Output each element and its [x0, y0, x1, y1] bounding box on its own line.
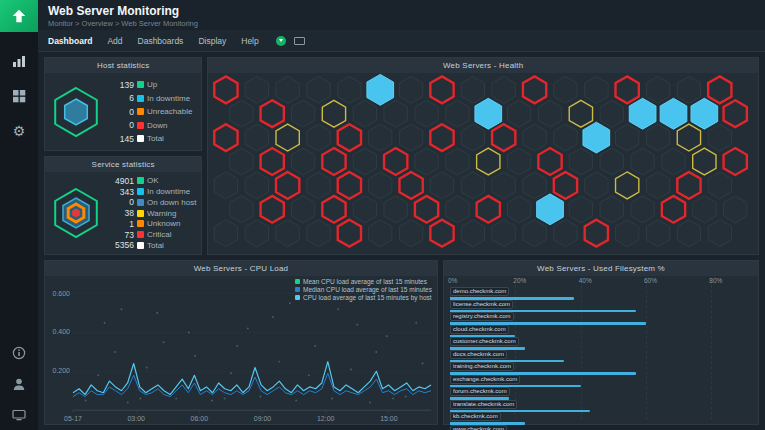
host-hexagon[interactable]: [246, 220, 269, 247]
host-hexagon[interactable]: [246, 76, 269, 103]
host-hexagon[interactable]: [600, 148, 623, 175]
host-hexagon[interactable]: [261, 148, 284, 175]
host-hexagon[interactable]: [583, 122, 610, 153]
host-hexagon[interactable]: [600, 100, 623, 127]
host-hexagon[interactable]: [630, 98, 657, 129]
display-icon[interactable]: [10, 406, 28, 424]
host-hexagon[interactable]: [415, 100, 438, 127]
menu-item-help[interactable]: Help: [241, 36, 258, 46]
stat-row[interactable]: 0On down host: [106, 197, 196, 207]
host-hexagon[interactable]: [647, 172, 670, 199]
host-hexagon[interactable]: [709, 124, 732, 151]
stat-row[interactable]: 4901OK: [106, 176, 196, 186]
host-hexagon[interactable]: [323, 100, 346, 127]
host-hexagon[interactable]: [354, 100, 377, 127]
host-hexagon[interactable]: [276, 124, 299, 151]
fs-host-label[interactable]: exchange.checkmk.com: [450, 375, 520, 384]
host-hexagon[interactable]: [600, 196, 623, 223]
host-hexagon[interactable]: [570, 100, 593, 127]
host-hexagon[interactable]: [276, 172, 299, 199]
host-hexagon[interactable]: [431, 172, 454, 199]
host-hexagon[interactable]: [400, 172, 423, 199]
host-hexagon[interactable]: [261, 100, 284, 127]
host-hexagon[interactable]: [647, 124, 670, 151]
host-hexagon[interactable]: [462, 124, 485, 151]
host-hexagon[interactable]: [523, 76, 546, 103]
agent-status-icon[interactable]: [276, 36, 286, 46]
stat-row[interactable]: 1Unknown: [106, 219, 196, 229]
host-hexagon[interactable]: [338, 76, 361, 103]
host-hexagon[interactable]: [570, 196, 593, 223]
fs-host-label[interactable]: cloud.checkmk.com: [450, 325, 509, 334]
host-hexagon[interactable]: [539, 100, 562, 127]
host-hexagon[interactable]: [554, 220, 577, 247]
host-hexagon[interactable]: [369, 172, 392, 199]
service-hexagon-icon[interactable]: [50, 185, 102, 241]
user-icon[interactable]: [10, 375, 28, 393]
host-hexagon[interactable]: [523, 220, 546, 247]
host-hexagon[interactable]: [215, 124, 238, 151]
menu-item-display[interactable]: Display: [198, 36, 226, 46]
host-hexagon[interactable]: [431, 220, 454, 247]
stat-row[interactable]: 145Total: [106, 134, 196, 144]
fs-host-label[interactable]: license.checkmk.com: [450, 300, 513, 309]
host-hexagon[interactable]: [462, 220, 485, 247]
host-hexagon[interactable]: [462, 172, 485, 199]
host-hexagon[interactable]: [307, 172, 330, 199]
fs-host-label[interactable]: forum.checkmk.com: [450, 387, 510, 396]
host-hexagon[interactable]: [384, 100, 407, 127]
host-hexagon[interactable]: [662, 196, 685, 223]
host-hexagon[interactable]: [400, 220, 423, 247]
host-hexagon[interactable]: [477, 148, 500, 175]
host-hexagon[interactable]: [477, 196, 500, 223]
customize-icon[interactable]: [10, 87, 28, 105]
host-hexagon[interactable]: [431, 76, 454, 103]
host-hexagon[interactable]: [709, 172, 732, 199]
host-hexagon[interactable]: [678, 220, 701, 247]
stat-row[interactable]: 343In downtime: [106, 187, 196, 197]
host-hexagon[interactable]: [678, 172, 701, 199]
host-hexagon[interactable]: [369, 220, 392, 247]
stat-row[interactable]: 6In downtime: [106, 93, 196, 103]
host-hexagon[interactable]: [678, 76, 701, 103]
host-hexagon[interactable]: [230, 148, 253, 175]
host-hexagon[interactable]: [230, 196, 253, 223]
host-hexagon[interactable]: [508, 196, 531, 223]
host-hexagon[interactable]: [678, 124, 701, 151]
host-hexagon[interactable]: [400, 76, 423, 103]
host-hexagon[interactable]: [215, 76, 238, 103]
stat-row[interactable]: 0Unreachable: [106, 107, 196, 117]
stat-row[interactable]: 73Critical: [106, 230, 196, 240]
stat-row[interactable]: 38Warning: [106, 208, 196, 218]
host-hexagon[interactable]: [215, 220, 238, 247]
stat-row[interactable]: 0Down: [106, 120, 196, 130]
host-hexagon[interactable]: [276, 220, 299, 247]
host-hexagon[interactable]: [616, 220, 639, 247]
host-hexagon[interactable]: [354, 196, 377, 223]
host-hexagon[interactable]: [709, 76, 732, 103]
host-hexagon[interactable]: [338, 172, 361, 199]
host-hexagon[interactable]: [323, 196, 346, 223]
host-hexagon[interactable]: [307, 220, 330, 247]
host-hexagon[interactable]: [462, 76, 485, 103]
host-hexagon[interactable]: [475, 98, 502, 129]
host-hexagon[interactable]: [508, 100, 531, 127]
host-hexagon[interactable]: [662, 148, 685, 175]
menu-item-dashboards[interactable]: Dashboards: [138, 36, 184, 46]
host-hexagon[interactable]: [537, 194, 564, 225]
host-hexagon[interactable]: [693, 196, 716, 223]
host-hexagon[interactable]: [523, 172, 546, 199]
menu-item-dashboard[interactable]: Dashboard: [48, 36, 92, 46]
host-hexagon[interactable]: [709, 220, 732, 247]
host-hexagon[interactable]: [492, 124, 515, 151]
host-hexagon[interactable]: [446, 196, 469, 223]
host-hexagon[interactable]: [338, 220, 361, 247]
menu-item-add[interactable]: Add: [107, 36, 122, 46]
host-hexagon[interactable]: [307, 76, 330, 103]
host-hexagon[interactable]: [292, 196, 315, 223]
monitoring-icon[interactable]: [10, 52, 28, 70]
host-hexagon[interactable]: [724, 196, 747, 223]
fullscreen-icon[interactable]: [294, 37, 305, 45]
host-hexagon[interactable]: [631, 196, 654, 223]
fs-host-label[interactable]: www.checkmk.com: [450, 425, 507, 430]
